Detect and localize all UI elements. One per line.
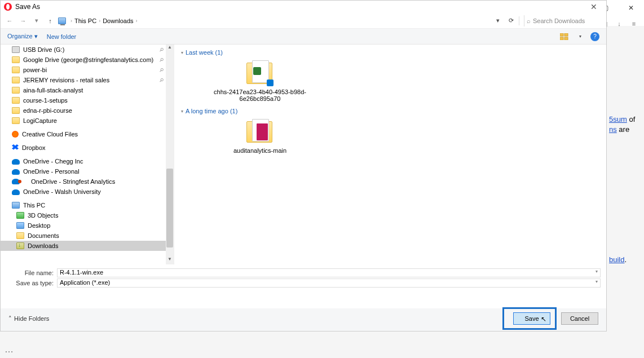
tree-item-label: OneDrive - Walsh University bbox=[23, 188, 101, 195]
view-options-icon[interactable] bbox=[559, 32, 570, 41]
save-button[interactable]: Save bbox=[513, 312, 550, 325]
svg-rect-3 bbox=[564, 37, 568, 40]
refresh-button[interactable]: ⟳ bbox=[505, 17, 517, 24]
folder-item[interactable]: auditanalytics-main bbox=[204, 118, 316, 154]
tree-item-label: Downloads bbox=[28, 242, 58, 249]
tree-item[interactable]: OneDrive - Personal bbox=[1, 166, 174, 176]
scroll-thumb[interactable] bbox=[166, 169, 173, 247]
dialog-body: USB Drive (G:)⚲Google Drive (george@stri… bbox=[1, 45, 606, 264]
save-highlight: Save bbox=[502, 307, 557, 330]
tree-item[interactable]: Downloads bbox=[1, 241, 174, 251]
breadcrumb-segment[interactable]: Downloads bbox=[103, 17, 133, 24]
tree-item[interactable]: Dropbox bbox=[1, 143, 174, 153]
tree-item[interactable]: edna-r-pbi-course bbox=[1, 105, 174, 116]
hide-folders-toggle[interactable]: ˄ Hide Folders bbox=[8, 315, 49, 322]
folder-icon bbox=[12, 107, 20, 114]
folder-item[interactable]: chhs-2417ea23-4b40-4953-b98d-6e26bc895a7… bbox=[204, 59, 316, 102]
tree-item-label: LogiCapture bbox=[23, 117, 57, 124]
group-header-label: A long time ago (1) bbox=[186, 108, 237, 114]
address-dropdown-icon[interactable]: ▾ bbox=[493, 17, 503, 24]
tree-item[interactable]: This PC bbox=[1, 200, 174, 210]
tree-item[interactable]: JEREMY revisions - retail sales⚲ bbox=[1, 75, 174, 85]
blue-icon bbox=[16, 222, 24, 229]
save-as-dialog: Save As ✕ ← → ▾ ↑ › This PC › Downloads … bbox=[0, 0, 607, 332]
breadcrumb[interactable]: › This PC › Downloads › bbox=[68, 17, 491, 24]
tree-item[interactable]: course-1-setups bbox=[1, 95, 174, 105]
view-dropdown-icon[interactable]: ▾ bbox=[579, 34, 581, 39]
scroll-down-icon[interactable]: ▼ bbox=[166, 257, 174, 264]
tree-item[interactable]: OneDrive - Chegg Inc bbox=[1, 156, 174, 166]
back-button[interactable]: ← bbox=[4, 15, 15, 26]
window-close-button[interactable]: ✕ bbox=[618, 0, 644, 16]
group-header-label: Last week (1) bbox=[186, 49, 223, 56]
folder-icon bbox=[12, 77, 20, 83]
close-icon[interactable]: ✕ bbox=[583, 1, 605, 13]
tree-item[interactable]: OneDrive - Stringfest Analytics bbox=[1, 176, 174, 187]
history-dropdown-icon[interactable]: ▾ bbox=[31, 15, 42, 26]
tree-item[interactable]: Google Drive (george@stringfestanalytics… bbox=[1, 55, 174, 65]
download-icon[interactable]: ↓ bbox=[615, 19, 624, 28]
usb-icon bbox=[12, 46, 20, 53]
group-header[interactable]: ▾Last week (1) bbox=[181, 49, 599, 56]
new-folder-button[interactable]: New folder bbox=[47, 33, 77, 40]
tree-item-label: course-1-setups bbox=[23, 97, 68, 104]
pin-icon: ⚲ bbox=[158, 77, 165, 83]
taskbar-overflow-icon[interactable]: … bbox=[5, 344, 15, 355]
dialog-title: Save As bbox=[15, 3, 40, 11]
chevron-down-icon: ▾ bbox=[181, 109, 183, 114]
green-icon bbox=[16, 212, 24, 219]
svg-rect-0 bbox=[560, 33, 563, 36]
folder-icon bbox=[12, 67, 20, 73]
scroll-up-icon[interactable]: ▲ bbox=[166, 45, 174, 52]
svg-rect-2 bbox=[560, 37, 563, 40]
tree-item-label: Creative Cloud Files bbox=[22, 131, 78, 138]
onedrive-icon bbox=[12, 189, 20, 195]
tree-item[interactable]: power-bi⚲ bbox=[1, 65, 174, 75]
savetype-label: Save as type: bbox=[6, 280, 57, 286]
search-input[interactable]: ⌕ Search Downloads bbox=[524, 15, 603, 26]
tree-item-label: edna-r-pbi-course bbox=[23, 107, 72, 114]
menu-icon[interactable]: ≡ bbox=[629, 19, 638, 28]
breadcrumb-segment[interactable]: This PC bbox=[74, 17, 96, 24]
filename-input[interactable]: R-4.1.1-win.exe bbox=[57, 268, 601, 277]
forward-button[interactable]: → bbox=[17, 15, 29, 26]
file-name: chhs-2417ea23-4b40-4953-b98d-6e26bc895a7… bbox=[204, 89, 316, 102]
tree-item-label: Google Drive (george@stringfestanalytics… bbox=[23, 56, 153, 63]
folder-icon bbox=[244, 59, 276, 86]
tree-item[interactable]: USB Drive (G:)⚲ bbox=[1, 45, 174, 55]
cancel-button[interactable]: Cancel bbox=[561, 312, 598, 325]
tree-item-label: This PC bbox=[23, 202, 45, 209]
tree-item[interactable]: OneDrive - Walsh University bbox=[1, 187, 174, 197]
up-button[interactable]: ↑ bbox=[45, 15, 56, 26]
group-header[interactable]: ▾A long time ago (1) bbox=[181, 108, 599, 114]
tree-item-label: JEREMY revisions - retail sales bbox=[23, 77, 109, 83]
bg-text-fragment: 5sum of bbox=[609, 115, 635, 123]
folder-icon bbox=[12, 97, 20, 104]
tree-item[interactable]: Creative Cloud Files bbox=[1, 129, 174, 139]
chevron-up-icon: ˄ bbox=[8, 315, 12, 322]
tree-item[interactable]: Documents bbox=[1, 231, 174, 241]
bg-text-fragment: build. bbox=[609, 255, 627, 264]
tree-item-label: Documents bbox=[28, 232, 59, 239]
tree-scrollbar[interactable]: ▲ ▼ bbox=[166, 45, 174, 264]
tree-item[interactable]: aina-full-stack-analyst bbox=[1, 85, 174, 95]
tree-item-label: OneDrive - Chegg Inc bbox=[23, 158, 83, 165]
downl-icon bbox=[16, 242, 24, 249]
folder-tree[interactable]: USB Drive (G:)⚲Google Drive (george@stri… bbox=[1, 45, 174, 264]
toolbar: Organize ▾ New folder ▾ ? bbox=[1, 29, 606, 45]
tree-item[interactable]: Desktop bbox=[1, 220, 174, 231]
onedrive-icon bbox=[12, 159, 20, 165]
help-button[interactable]: ? bbox=[590, 32, 599, 41]
save-fields: File name: R-4.1.1-win.exe Save as type:… bbox=[1, 264, 606, 291]
chevron-right-icon: › bbox=[99, 18, 100, 24]
tree-item[interactable]: 3D Objects bbox=[1, 210, 174, 220]
file-list[interactable]: ▾Last week (1)chhs-2417ea23-4b40-4953-b9… bbox=[174, 45, 606, 264]
pin-icon: ⚲ bbox=[158, 56, 165, 63]
organize-menu[interactable]: Organize ▾ bbox=[7, 33, 38, 40]
onedrive-icon bbox=[12, 169, 20, 175]
savetype-select[interactable]: Application (*.exe) bbox=[57, 279, 601, 288]
pc-icon bbox=[12, 202, 20, 209]
odred-icon bbox=[12, 178, 28, 185]
tree-item-label: USB Drive (G:) bbox=[23, 46, 64, 53]
tree-item[interactable]: LogiCapture bbox=[1, 116, 174, 126]
